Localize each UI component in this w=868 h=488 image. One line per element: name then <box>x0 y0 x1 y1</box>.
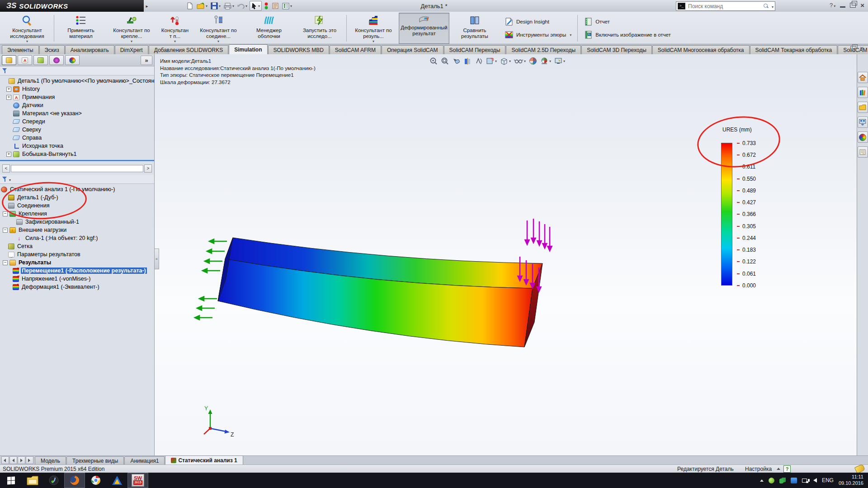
collapse-panel-button[interactable] <box>141 56 152 65</box>
search-dropdown-icon[interactable] <box>771 3 774 9</box>
tab-model[interactable]: Модель <box>35 456 66 465</box>
displaymanager-tab[interactable] <box>65 55 80 65</box>
collapse-icon[interactable] <box>3 260 8 265</box>
include-image-in-report-button[interactable]: Включить изображение в отчет <box>584 30 671 39</box>
save-button[interactable] <box>210 1 222 10</box>
tab-solidcam-transitions[interactable]: SolidCAM Переходы <box>444 45 506 54</box>
expand-icon[interactable] <box>6 95 11 100</box>
apply-material-button[interactable]: Применить материал <box>56 13 106 44</box>
doc-restore-icon[interactable] <box>850 46 856 51</box>
tab-solidcam-turning[interactable]: SolidCAM Токарная обработка <box>750 45 838 54</box>
network-icon[interactable] <box>802 478 808 483</box>
featuremanager-tree-tab[interactable] <box>2 55 16 65</box>
tab-addins[interactable]: Добавления SOLIDWORKS <box>149 45 229 54</box>
tree-item-origin[interactable]: Исходная точка <box>0 142 154 150</box>
antivirus-tray-icon[interactable] <box>769 478 774 483</box>
tab-simulation[interactable]: Simulation <box>229 44 267 54</box>
appearances-scenes-icon[interactable] <box>858 131 868 143</box>
tree-item-boss-extrude[interactable]: Бобышка-Вытянуть1 <box>0 150 154 158</box>
new-document-button[interactable] <box>185 1 194 10</box>
design-insight-button[interactable]: Design Insight <box>505 17 571 26</box>
dimxpertmanager-tab[interactable] <box>49 55 64 65</box>
tree-item-connections[interactable]: Соединения <box>0 202 154 210</box>
tab-dimxpert[interactable]: DimXpert <box>115 45 148 54</box>
run-study-button[interactable]: Запустить это исследо... <box>294 13 345 44</box>
next-tab-icon[interactable] <box>18 456 25 464</box>
rollback-left-button[interactable]: < <box>2 164 10 173</box>
settings-arrow-icon[interactable] <box>777 468 780 470</box>
resources-home-icon[interactable] <box>858 72 868 83</box>
study-advisor-button[interactable]: Консультант исследования <box>2 13 52 44</box>
custom-properties-icon[interactable] <box>858 146 868 158</box>
tab-solidcam-25d[interactable]: SolidCAM 2.5D Переходы <box>506 45 581 54</box>
tree-item-study-part[interactable]: Деталь1 (-Дуб-) <box>0 193 154 202</box>
expand-icon[interactable] <box>6 152 11 157</box>
tab-solidcam-afrm[interactable]: SolidCAM AFRM <box>330 45 381 54</box>
undo-button[interactable] <box>236 1 248 10</box>
tray-expand-icon[interactable] <box>760 479 764 482</box>
open-document-button[interactable] <box>196 1 208 10</box>
tree-item-sensors[interactable]: Датчики <box>0 101 154 109</box>
search-icon[interactable] <box>763 3 769 9</box>
tree-item-result-options[interactable]: Параметры результатов <box>0 250 154 258</box>
tree-item-results-folder[interactable]: Результаты <box>0 258 154 267</box>
taskbar-triangle-app[interactable] <box>106 473 127 488</box>
taskbar-audio-app[interactable] <box>43 473 64 488</box>
doc-close-icon[interactable]: × <box>860 46 863 51</box>
last-tab-icon[interactable] <box>26 456 33 464</box>
tree-item-front-plane[interactable]: Спереди <box>0 117 154 126</box>
tab-sketch[interactable]: Эскиз <box>39 45 65 54</box>
view-palette-icon[interactable] <box>858 117 868 128</box>
taskbar-chrome[interactable] <box>85 473 106 488</box>
previous-tab-icon[interactable] <box>9 456 17 464</box>
tree-filter-row[interactable] <box>0 66 154 75</box>
collapse-icon[interactable] <box>3 228 8 233</box>
tab-3d-views[interactable]: Трехмерные виды <box>66 456 124 465</box>
tree-item-stress-plot[interactable]: Напряжение1 (-vonMises-) <box>0 275 154 283</box>
tab-solidcam-operation[interactable]: Операция SolidCAM <box>382 45 443 54</box>
restore-icon[interactable] <box>850 3 856 8</box>
tree-item-right-plane[interactable]: Справа <box>0 134 154 142</box>
tree-item-strain-plot[interactable]: Деформация1 (-Эквивалент-) <box>0 283 154 291</box>
language-indicator[interactable]: ENG <box>822 477 834 483</box>
tree-item-force[interactable]: Сила-1 (:На объект: 20 kgf:) <box>0 234 154 242</box>
tree-item-fixed-geometry[interactable]: Зафиксированный-1 <box>0 218 154 226</box>
expand-icon[interactable] <box>6 87 11 92</box>
results-advisor-button[interactable]: Консультант по резуль... <box>348 13 399 44</box>
collapse-icon[interactable] <box>3 211 8 216</box>
print-button[interactable] <box>223 1 235 10</box>
connections-advisor-button[interactable]: Консультант по соедине... <box>193 13 244 44</box>
remote-tray-icon[interactable] <box>791 478 797 483</box>
options-button[interactable] <box>281 1 293 10</box>
tab-evaluate[interactable]: Анализировать <box>65 45 114 54</box>
taskbar-explorer[interactable] <box>22 473 43 488</box>
tree-item-fixtures[interactable]: Крепления <box>0 210 154 218</box>
sync-tray-icon[interactable] <box>779 478 786 483</box>
taskbar-firefox[interactable] <box>64 473 85 488</box>
compare-results-button[interactable]: Сравнить результаты <box>449 13 500 44</box>
tree-item-displacement-plot[interactable]: Перемещение1 (-Расположение результата-) <box>0 267 154 275</box>
tree-item-history[interactable]: History <box>0 85 154 93</box>
tree-item-annotations[interactable]: Примечания <box>0 93 154 101</box>
first-tab-icon[interactable] <box>1 456 9 464</box>
tree-item-external-loads[interactable]: Внешние нагрузки <box>0 226 154 234</box>
tree-item-mesh[interactable]: Сетка <box>0 242 154 250</box>
deformed-result-button[interactable]: Деформированный результат <box>399 13 449 44</box>
tab-solidworks-mbd[interactable]: SOLIDWORKS MBD <box>268 45 329 54</box>
minimize-icon[interactable] <box>840 6 845 8</box>
start-button[interactable] <box>0 473 22 488</box>
settings-label[interactable]: Настройка <box>745 466 772 472</box>
tree-item-top-plane[interactable]: Сверху <box>0 126 154 134</box>
tab-static-study[interactable]: Статический анализ 1 <box>165 455 243 465</box>
file-properties-button[interactable] <box>271 1 280 10</box>
tab-elements[interactable]: Элементы <box>2 45 39 54</box>
study-tree-filter-row[interactable] <box>0 175 154 184</box>
quick-tips-icon[interactable]: ? <box>783 465 791 473</box>
panel-splitter-handle[interactable] <box>155 249 159 269</box>
volume-icon[interactable] <box>813 478 817 483</box>
close-icon[interactable]: × <box>860 3 864 8</box>
tree-item-material[interactable]: Материал <не указан> <box>0 109 154 117</box>
toolbar-expand-icon[interactable] <box>144 1 150 11</box>
file-explorer-icon[interactable] <box>858 102 868 113</box>
report-button[interactable]: Отчет <box>584 17 671 26</box>
